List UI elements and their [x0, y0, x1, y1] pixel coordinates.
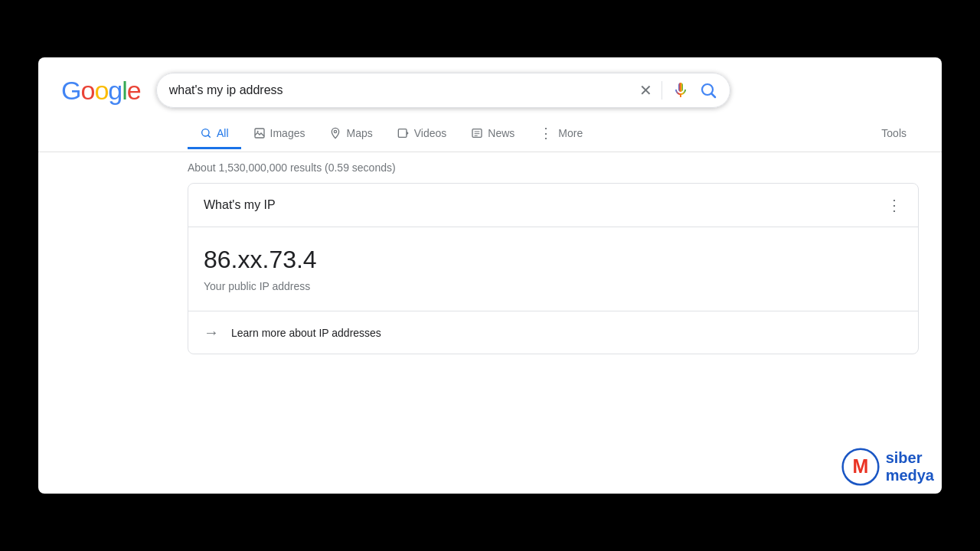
tab-images[interactable]: Images	[241, 119, 318, 149]
more-options-icon[interactable]: ⋮	[887, 196, 903, 214]
logo-letter-e: e	[127, 76, 141, 106]
nav-tabs: All Images Maps	[188, 117, 595, 152]
maps-icon	[329, 127, 341, 139]
search-divider	[662, 81, 662, 99]
watermark: M siber medya	[841, 448, 934, 486]
videos-icon	[397, 127, 410, 139]
svg-line-1	[711, 94, 715, 98]
tools-label: Tools	[881, 127, 906, 139]
search-submit-icon[interactable]	[699, 81, 717, 99]
watermark-logo-icon: M	[841, 448, 880, 486]
ip-card: What's my IP ⋮ 86.xx.73.4 Your public IP…	[188, 183, 919, 354]
tab-news[interactable]: News	[459, 119, 527, 149]
browser-window: G o o g l e what's my ip address ✕	[38, 57, 942, 494]
ip-card-header: What's my IP ⋮	[188, 184, 918, 227]
watermark-text-siber: siber	[886, 449, 923, 466]
mic-icon[interactable]	[671, 81, 690, 99]
tab-news-label: News	[488, 127, 514, 139]
svg-marker-8	[407, 131, 409, 135]
watermark-text-medya: medya	[886, 467, 934, 484]
ip-card-footer[interactable]: → Learn more about IP addresses	[188, 311, 918, 354]
results-summary: About 1,530,000,000 results (0.59 second…	[188, 161, 396, 174]
images-icon	[253, 127, 266, 139]
svg-rect-7	[398, 129, 407, 138]
all-search-icon	[200, 127, 212, 139]
header: G o o g l e what's my ip address ✕	[38, 57, 942, 108]
svg-point-6	[335, 130, 337, 132]
logo-letter-g: G	[61, 76, 80, 106]
ip-address-label: Your public IP address	[204, 280, 903, 292]
tab-images-label: Images	[270, 127, 305, 139]
results-info: About 1,530,000,000 results (0.59 second…	[38, 152, 942, 183]
google-logo: G o o g l e	[61, 76, 141, 106]
logo-letter-o1: o	[80, 76, 94, 106]
tab-all-label: All	[217, 127, 229, 139]
learn-more-text: Learn more about IP addresses	[231, 327, 381, 339]
search-bar: what's my ip address ✕	[156, 73, 730, 108]
tab-more[interactable]: ⋮ More	[527, 117, 595, 152]
svg-text:M: M	[852, 455, 868, 477]
search-bar-icons: ✕	[639, 81, 717, 99]
ip-card-body: 86.xx.73.4 Your public IP address	[188, 227, 918, 311]
tab-videos-label: Videos	[414, 127, 447, 139]
watermark-brand: siber medya	[886, 449, 934, 484]
arrow-right-icon: →	[204, 324, 219, 341]
tab-all[interactable]: All	[188, 119, 241, 149]
search-input[interactable]: what's my ip address	[169, 83, 632, 97]
clear-icon[interactable]: ✕	[639, 81, 652, 99]
more-dots-icon: ⋮	[539, 125, 554, 142]
svg-line-3	[208, 135, 211, 138]
logo-letter-g2: g	[108, 76, 122, 106]
tab-videos[interactable]: Videos	[385, 119, 459, 149]
ip-card-title: What's my IP	[204, 198, 276, 212]
nav-bar: All Images Maps	[38, 111, 942, 152]
tab-maps[interactable]: Maps	[317, 119, 384, 149]
tab-maps-label: Maps	[346, 127, 372, 139]
tools-button[interactable]: Tools	[869, 119, 919, 149]
logo-letter-o2: o	[94, 76, 108, 106]
tab-more-label: More	[558, 127, 583, 139]
news-icon	[471, 127, 483, 139]
svg-point-5	[256, 131, 258, 132]
ip-address-value: 86.xx.73.4	[204, 246, 903, 274]
